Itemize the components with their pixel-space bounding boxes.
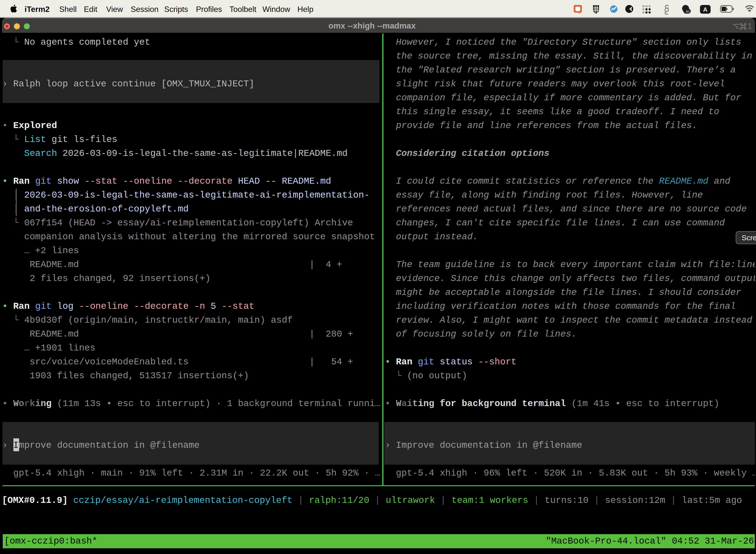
svg-text:..61: ..61 bbox=[684, 10, 690, 13]
svg-text:A: A bbox=[703, 6, 707, 13]
